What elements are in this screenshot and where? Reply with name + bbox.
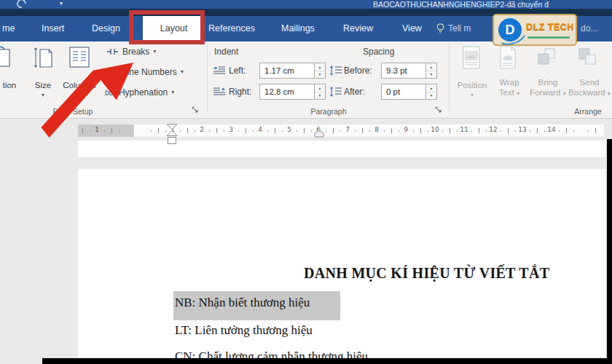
indent-header: Indent <box>214 47 238 57</box>
ruler-tick <box>90 130 90 132</box>
size-button[interactable]: Size <box>26 81 60 90</box>
size-icon <box>34 45 54 70</box>
indent-left-label: Left: <box>229 63 246 79</box>
tell-me-button[interactable]: Tell m <box>448 16 471 41</box>
ruler-number: 2 <box>200 126 204 133</box>
step-down-icon[interactable]: ▾ <box>426 71 436 79</box>
columns-icon <box>69 47 90 68</box>
ruler-tick <box>530 130 530 132</box>
ruler-tick <box>369 130 370 132</box>
watermark-label: DLZ TECH <box>526 22 574 32</box>
ruler-tick <box>508 128 509 133</box>
ruler-tick <box>216 128 217 133</box>
step-down-icon[interactable]: ▾ <box>426 92 436 100</box>
group-paragraph: Indent Spacing Left: 1.17 cm ▴ ▾ Right: … <box>208 41 449 119</box>
step-down-icon[interactable]: ▾ <box>315 71 325 79</box>
step-down-icon[interactable]: ▾ <box>315 92 325 100</box>
ruler-number: 13 <box>518 126 526 133</box>
spacing-after-icon <box>329 87 342 97</box>
ruler-tick <box>544 130 545 132</box>
spacing-before-stepper[interactable]: ▴ ▾ <box>426 63 437 79</box>
paragraph-dialog-launcher[interactable] <box>435 106 443 114</box>
spacing-header: Spacing <box>363 47 394 57</box>
ruler-tick <box>82 128 83 133</box>
send-backward-icon <box>577 47 597 68</box>
indent-right-input[interactable]: 12.8 cm <box>259 84 315 100</box>
title-bar: ▾ BAOCAOTHUCHANHNGHENGHIEP2-đã chuyển đ <box>0 0 612 9</box>
tab-layout[interactable]: Layout <box>143 16 205 41</box>
ruler-tick <box>362 128 363 133</box>
ruler-tick <box>486 130 487 132</box>
document-heading[interactable]: DANH MỤC KÍ HIỆU TỪ VIẾT TẮT <box>304 265 549 282</box>
line-numbers-dropdown-icon: ▾ <box>181 69 184 75</box>
ruler-tick <box>187 128 188 133</box>
step-up-icon[interactable]: ▴ <box>315 84 325 92</box>
size-dropdown-icon[interactable]: ▾ <box>26 92 60 98</box>
breaks-button[interactable]: Breaks ▾ <box>106 47 156 57</box>
letterbox-bar-bottom <box>42 358 612 364</box>
bring-forward-dropdown-icon: ▾ <box>563 90 566 97</box>
page-setup-dialog-launcher[interactable] <box>192 106 200 114</box>
wrap-text-icon <box>498 46 517 69</box>
ruler-tick <box>384 130 385 132</box>
ruler-number: 3 <box>229 126 233 133</box>
indent-right-label: Right: <box>229 84 251 100</box>
undo-icon[interactable] <box>16 0 28 9</box>
document-page[interactable]: DANH MỤC KÍ HIỆU TỪ VIẾT TẮT NB: Nhận bi… <box>78 169 605 364</box>
ruler-tick <box>413 130 414 132</box>
indent-left-input[interactable]: 1.17 cm <box>259 63 315 79</box>
tab-home[interactable]: me <box>2 16 15 41</box>
ruler-tick <box>267 130 268 132</box>
tab-mailings[interactable]: Mailings <box>281 16 315 41</box>
qat-dropdown-icon[interactable]: ▾ <box>60 1 63 7</box>
document-title: BAOCAOTHUCHANHNGHENGHIEP2-đã chuyển đ <box>373 0 612 9</box>
tab-design[interactable]: Design <box>92 16 120 41</box>
ruler-number: 10 <box>431 126 439 133</box>
document-line[interactable]: LT: Liên tưởng thương hiệu <box>175 323 313 338</box>
ruler-tick <box>588 130 589 132</box>
indent-left-stepper[interactable]: ▴ ▾ <box>315 63 326 79</box>
group-divider <box>207 44 208 111</box>
send-backward-button: Send Backward ▾ <box>568 77 611 98</box>
ruler-number: 12 <box>489 126 497 133</box>
letterbox-bar-right <box>607 139 612 364</box>
step-up-icon[interactable]: ▴ <box>426 84 436 92</box>
ruler-tick <box>304 128 305 133</box>
ruler-tick <box>224 130 224 132</box>
tab-references[interactable]: References <box>208 16 255 41</box>
spacing-after-input[interactable]: 0 pt <box>381 84 426 100</box>
orientation-button[interactable]: tion <box>0 81 22 90</box>
columns-dropdown-icon[interactable]: ▾ <box>61 92 98 98</box>
bring-forward-button: Bring Forward ▾ <box>529 77 567 98</box>
watermark-tagline-bar <box>527 36 570 39</box>
ruler-tick <box>158 128 159 133</box>
send-backward-dropdown-icon: ▾ <box>608 90 611 97</box>
tab-insert[interactable]: Insert <box>42 16 64 41</box>
ruler-number: 11 <box>460 126 468 133</box>
document-line[interactable]: NB: Nhận biết thương hiệu <box>175 296 310 310</box>
ruler-tick <box>111 128 112 133</box>
tab-view[interactable]: View <box>402 16 422 41</box>
right-indent-marker[interactable] <box>314 130 324 138</box>
tab-review[interactable]: Review <box>343 16 373 41</box>
spacing-after-stepper[interactable]: ▴ ▾ <box>426 84 437 100</box>
ruler-tick <box>104 130 105 132</box>
columns-button[interactable]: Columns <box>61 81 98 90</box>
ruler-number: 7 <box>345 126 350 133</box>
ruler-tick <box>450 128 450 133</box>
spacing-before-input[interactable]: 9.3 pt <box>381 63 426 79</box>
ruler-tick <box>537 128 538 133</box>
indent-right-stepper[interactable]: ▴ ▾ <box>315 84 326 100</box>
lightbulb-icon <box>436 23 445 36</box>
paragraph-group-label: Paragraph <box>294 107 363 116</box>
step-up-icon[interactable]: ▴ <box>426 63 436 71</box>
hyphenation-button[interactable]: bc- Hyphenation ▾ <box>105 87 174 98</box>
previous-page-bottom[interactable] <box>78 141 605 157</box>
ruler-tick <box>333 128 334 133</box>
indent-marker[interactable] <box>165 124 178 146</box>
breaks-dropdown-icon: ▾ <box>153 49 156 55</box>
ruler-tick <box>195 130 195 132</box>
line-numbers-button[interactable]: Line Numbers ▾ <box>106 67 184 77</box>
step-up-icon[interactable]: ▴ <box>315 63 325 71</box>
ruler-tick <box>151 130 152 132</box>
